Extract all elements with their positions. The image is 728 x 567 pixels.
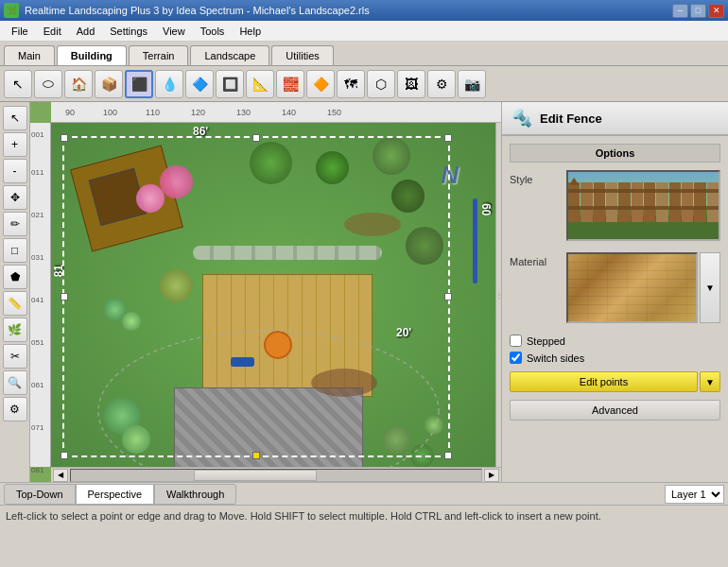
style-row: Style [510, 170, 720, 241]
edit-fence-header: 🔩 Edit Fence [502, 102, 728, 136]
tool-circle[interactable]: ⬭ [34, 70, 62, 98]
tab-main[interactable]: Main [4, 45, 55, 65]
stepped-checkbox[interactable] [510, 335, 522, 347]
measure-09: 09 [480, 203, 494, 215]
fence-selection[interactable] [62, 136, 450, 457]
tool-zoom-out[interactable]: - [3, 159, 27, 183]
tab-walkthrough[interactable]: Walkthrough [154, 484, 236, 505]
tool-rect[interactable]: □ [3, 238, 27, 263]
material-preview[interactable] [566, 252, 698, 323]
menu-view[interactable]: View [155, 24, 193, 39]
switch-sides-row: Switch sides [510, 352, 720, 364]
toolbar: ↖ ⬭ 🏠 📦 ⬛ 💧 🔷 🔲 📐 🧱 🔶 🗺 ⬡ 🖼 ⚙ 📷 [0, 66, 728, 102]
tool-hex[interactable]: ⬡ [367, 70, 395, 98]
edit-points-button[interactable]: Edit points [510, 371, 698, 392]
tool-camera[interactable]: 📷 [458, 70, 486, 98]
tab-bar: Main Building Terrain Landscape Utilitie… [0, 42, 728, 66]
switch-sides-label: Switch sides [527, 352, 584, 364]
tool-pointer[interactable]: ↖ [3, 106, 27, 130]
menu-settings[interactable]: Settings [102, 24, 155, 39]
tool-map[interactable]: 🗺 [337, 70, 365, 98]
tool-steps[interactable]: 📐 [246, 70, 274, 98]
tool-settings[interactable]: ⚙ [427, 70, 456, 98]
scroll-right-btn[interactable]: ▶ [484, 469, 499, 482]
tool-measure[interactable]: 📏 [3, 291, 27, 316]
menu-add[interactable]: Add [69, 24, 103, 39]
minimize-button[interactable]: – [672, 4, 688, 18]
maximize-button[interactable]: □ [690, 4, 706, 18]
vertical-resizer[interactable]: ⋮ [495, 123, 501, 467]
close-button[interactable]: ✕ [708, 4, 724, 18]
tool-deck[interactable]: 🔲 [216, 70, 244, 98]
tool-water[interactable]: 💧 [155, 70, 183, 98]
tab-utilities[interactable]: Utilities [271, 45, 333, 65]
bottom-area: Top-Down Perspective Walkthrough Layer 1… [0, 482, 728, 505]
edit-fence-title: Edit Fence [540, 112, 602, 126]
edit-points-dropdown[interactable]: ▼ [700, 371, 720, 392]
material-dropdown-btn[interactable]: ▼ [700, 252, 720, 323]
canvas-area[interactable]: 90 100 110 120 130 140 150 001 011 021 0… [30, 102, 501, 482]
fence-header-icon: 🔩 [511, 108, 532, 129]
tab-building[interactable]: Building [57, 45, 127, 65]
tool-pipe[interactable]: 🔷 [185, 70, 214, 98]
menu-tools[interactable]: Tools [193, 24, 233, 39]
tab-terrain[interactable]: Terrain [129, 45, 189, 65]
right-panel-content: Options Style [502, 136, 728, 482]
material-row: Material ▼ [510, 252, 720, 323]
status-text: Left-click to select a point or edge and… [6, 510, 601, 522]
stepped-label: Stepped [527, 335, 565, 347]
path-marker [473, 198, 477, 284]
ruler-left: 001 011 021 031 041 051 061 071 081 [30, 123, 51, 467]
options-label: Options [510, 144, 720, 163]
material-label: Material [510, 252, 566, 267]
menu-file[interactable]: File [4, 24, 36, 39]
app-icon: 🌿 [4, 3, 19, 18]
advanced-button[interactable]: Advanced [510, 400, 720, 421]
tool-config[interactable]: ⚙ [3, 397, 27, 421]
scroll-left-btn[interactable]: ◀ [53, 469, 68, 482]
scroll-track[interactable] [70, 469, 482, 482]
tool-draw[interactable]: ✏ [3, 212, 27, 236]
tool-plant[interactable]: 🌿 [3, 318, 27, 342]
tool-fence[interactable]: ⬛ [125, 70, 153, 98]
tool-zoom-in[interactable]: + [3, 132, 27, 157]
window-title: Realtime Landscaping Plus 3 by Idea Spec… [25, 5, 672, 16]
layer-select[interactable]: Layer 1 Layer 2 Layer 3 [665, 485, 724, 504]
status-bar: Left-click to select a point or edge and… [0, 505, 728, 525]
switch-sides-checkbox[interactable] [510, 352, 522, 364]
canvas-content[interactable]: 86' 20' 19' 81 09 [51, 123, 501, 467]
style-preview[interactable] [566, 170, 720, 241]
tool-wall[interactable]: 🧱 [276, 70, 304, 98]
tool-arch[interactable]: 🔶 [306, 70, 335, 98]
stepped-row: Stepped [510, 335, 720, 347]
style-label: Style [510, 170, 566, 185]
tool-pan[interactable]: ✥ [3, 185, 27, 210]
menu-help[interactable]: Help [232, 24, 269, 39]
scroll-thumb[interactable] [194, 470, 317, 481]
tool-box[interactable]: 📦 [95, 70, 123, 98]
ruler-top: 90 100 110 120 130 140 150 [51, 102, 501, 123]
tab-perspective[interactable]: Perspective [76, 484, 154, 505]
right-panel: 🔩 Edit Fence Options Style [501, 102, 728, 482]
menu-edit[interactable]: Edit [36, 24, 69, 39]
tool-magnify[interactable]: 🔍 [3, 370, 27, 395]
tool-select[interactable]: ↖ [4, 70, 32, 98]
tool-house[interactable]: 🏠 [64, 70, 93, 98]
title-bar: 🌿 Realtime Landscaping Plus 3 by Idea Sp… [0, 0, 728, 21]
tool-cut[interactable]: ✂ [3, 344, 27, 369]
left-toolbar: ↖ + - ✥ ✏ □ ⬟ 📏 🌿 ✂ 🔍 ⚙ [0, 102, 30, 482]
window-controls: – □ ✕ [672, 4, 724, 18]
tab-top-down[interactable]: Top-Down [4, 484, 76, 505]
menu-bar: File Edit Add Settings View Tools Help [0, 21, 728, 42]
tool-polygon[interactable]: ⬟ [3, 265, 27, 289]
horizontal-scrollbar: ◀ ▶ [51, 467, 501, 482]
tool-image[interactable]: 🖼 [397, 70, 425, 98]
tab-landscape[interactable]: Landscape [190, 45, 269, 65]
edit-points-row: Edit points ▼ [510, 371, 720, 392]
